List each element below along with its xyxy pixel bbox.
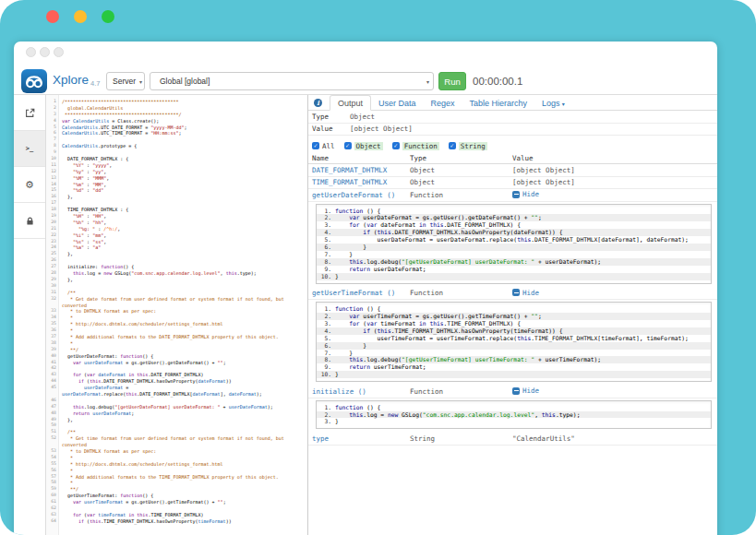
code-line: 26 (46, 257, 307, 264)
source-line: 6. } (317, 342, 711, 350)
tabs-container: OutputUser DataRegexTable HierarchyLogs▾ (330, 95, 572, 110)
code-line: 41 var userDateFormat = gs.getUser().get… (46, 360, 307, 366)
hide-label: Hide (522, 289, 539, 297)
column-header-type: Type (410, 154, 512, 162)
tab-table-hierarchy[interactable]: Table Hierarchy (462, 96, 535, 110)
code-line: 1/**************************************… (46, 99, 307, 105)
source-line: 7. } (317, 251, 711, 258)
close-window-icon[interactable] (46, 10, 59, 23)
code-line: 64 if (this.TIME_FORMAT_DHTMLX.hasOwnPro… (46, 518, 307, 525)
checkbox-checked-icon[interactable]: ✓ (392, 142, 400, 149)
code-line: 16 }, (46, 194, 307, 200)
source-line: 5. userDateFormat = userDateFormat.repla… (317, 236, 711, 244)
source-line: 4. if (this.DATE_FORMAT_DHTMLX.hasOwnPro… (317, 229, 711, 236)
code-line: 47 this.log.debug("[getUserDateFormat] u… (46, 404, 307, 410)
filter-label: Function (402, 142, 439, 150)
result-name-link[interactable]: type (308, 434, 410, 443)
filter-string[interactable]: ✓String (449, 142, 487, 150)
result-name-link[interactable]: TIME_FORMAT_DHTMLX (308, 178, 410, 186)
sidebar-item-terminal[interactable]: >_ (14, 131, 45, 167)
summary-label: Type (312, 113, 350, 121)
code-line: 54 * (46, 455, 307, 461)
source-line: 10.} (317, 273, 711, 280)
code-line: 58 * (46, 480, 307, 486)
code-line: 32 * Get date format from user defined f… (46, 296, 307, 303)
result-name-link[interactable]: getUserTimeFormat () (308, 289, 410, 297)
code-editor[interactable]: 1/**************************************… (46, 95, 308, 535)
execution-timer: 00:00:00.1 (473, 76, 522, 87)
code-line: 21 "%g: " : /^h:/, (46, 226, 307, 232)
results-header: NameTypeValue (308, 153, 717, 164)
source-line: 7. } (317, 350, 711, 357)
checkbox-checked-icon[interactable]: ✓ (449, 142, 456, 149)
code-line: 49 }, (46, 417, 307, 423)
hide-toggle[interactable]: Hide (512, 190, 539, 198)
source-line: 1.function () { (317, 305, 711, 313)
inner-maximize-icon (54, 47, 64, 57)
gear-icon: ⚙ (25, 180, 34, 190)
code-line: 57 * Add additional formats to the TIME_… (46, 474, 307, 481)
filter-all[interactable]: ✓All (312, 142, 335, 150)
code-line: 8CalendarUtils.prototype = { (46, 143, 307, 149)
code-line: 27 initialize: function() { (46, 264, 307, 270)
source-line: 6. } (317, 244, 711, 251)
code-line: 28 this.log = new GSLog("com.snc.app.cal… (46, 270, 307, 277)
code-line: 18 TIME_FORMAT_DHTMLX : { (46, 207, 307, 213)
hide-label: Hide (522, 386, 539, 395)
checkbox-checked-icon[interactable]: ✓ (344, 142, 352, 149)
code-line: userDateFormat.replace(this.DATE_FORMAT_… (46, 391, 307, 398)
hide-icon (512, 387, 520, 395)
code-line: 42 (46, 365, 307, 372)
filter-object[interactable]: ✓Object (344, 142, 383, 150)
code-line: 12 "%y" : "yy", (46, 169, 307, 175)
window-header: Xplore4.7 Server ▾ Global [global] ▾ Run… (14, 42, 717, 95)
window-controls (46, 10, 114, 23)
code-line: 19 "%H" : "HH", (46, 213, 307, 220)
result-type: Object (410, 166, 512, 174)
target-select[interactable]: Server ▾ (106, 72, 145, 90)
run-button[interactable]: Run (438, 72, 466, 90)
source-line: 8. this.log.debug("[getUserTimeFormat] u… (317, 356, 711, 363)
result-type: Function (410, 191, 512, 199)
browser-frame: Xplore4.7 Server ▾ Global [global] ▾ Run… (0, 0, 756, 535)
filter-label: String (459, 142, 487, 150)
code-line: 10 DATE_FORMAT_DHTMLX : { (46, 156, 307, 162)
checkbox-checked-icon[interactable]: ✓ (312, 142, 319, 149)
sidebar-item-open-external[interactable] (14, 95, 45, 131)
result-type: String (410, 434, 512, 443)
tab-logs[interactable]: Logs▾ (534, 96, 572, 110)
info-icon[interactable]: i (314, 99, 322, 107)
code-line: 36 * (46, 327, 307, 334)
source-line: 2. this.log = new GSLog("com.snc.app.cal… (317, 411, 711, 419)
result-name-link[interactable]: initialize () (308, 387, 410, 396)
filter-function[interactable]: ✓Function (392, 142, 439, 150)
code-line: 20 "%h" : "hh", (46, 220, 307, 226)
result-name-link[interactable]: DATE_FORMAT_DHTMLX (308, 166, 410, 174)
maximize-window-icon[interactable] (102, 10, 114, 23)
result-row: TIME_FORMAT_DHTMLXObject[object Object] (308, 177, 717, 190)
code-line: 29 }, (46, 277, 307, 283)
filter-label: Object (354, 142, 383, 150)
source-line: 2. var userDateFormat = gs.getUser().get… (317, 214, 711, 221)
result-name-link[interactable]: getUserDateFormat () (308, 191, 410, 199)
scope-select[interactable]: Global [global] ▾ (150, 72, 434, 90)
tab-regex[interactable]: Regex (424, 96, 462, 110)
output-panel: i OutputUser DataRegexTable HierarchyLog… (308, 95, 717, 535)
minimize-window-icon[interactable] (74, 10, 87, 23)
source-line: 3. for (var dateFormat in this.DATE_FORM… (317, 221, 711, 229)
hide-toggle[interactable]: Hide (512, 289, 539, 297)
source-line: 4. if (this.TIME_FORMAT_DHTMLX.hasOwnPro… (317, 327, 711, 335)
hide-icon (512, 289, 520, 296)
sidebar-item-security[interactable] (14, 203, 45, 239)
tab-user-data[interactable]: User Data (371, 96, 424, 110)
chevron-down-icon: ▾ (136, 78, 146, 85)
code-line: 59 **/ (46, 486, 307, 493)
hide-toggle[interactable]: Hide (512, 386, 539, 395)
chevron-down-icon: ▾ (423, 78, 433, 85)
code-line: 3 **************************************… (46, 112, 307, 118)
sidebar: >_ ⚙ (14, 95, 46, 535)
sidebar-item-settings[interactable]: ⚙ (14, 167, 45, 203)
results-table: NameTypeValue DATE_FORMAT_DHTMLXObject[o… (308, 153, 717, 446)
source-line: 10.} (317, 371, 711, 378)
tab-output[interactable]: Output (330, 95, 371, 111)
